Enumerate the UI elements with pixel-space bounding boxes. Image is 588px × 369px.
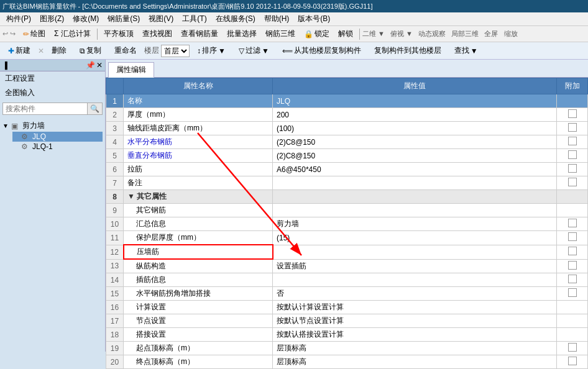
attach-checkbox[interactable] [568,123,577,132]
table-row[interactable]: 12压墙筋 [106,245,588,259]
rename-button[interactable]: 重命名 [109,43,142,58]
prop-value[interactable] [273,245,557,259]
attach-checkbox[interactable] [568,178,577,186]
table-row[interactable]: 4水平分布钢筋(2)C8@150 [106,135,588,149]
prop-value[interactable]: 设置插筋 [273,259,557,273]
menu-item[interactable]: 工具(T) [178,12,210,25]
menu-bar: 构件(P) 图形(Z) 修改(M) 钢筋量(S) 视图(V) 工具(T) 在线服… [0,12,588,26]
table-row[interactable]: 8▼ 其它属性 [106,190,588,204]
find-view-button[interactable]: 查找视图 [139,27,176,40]
prop-value[interactable]: 按默认搭接设置计算 [273,328,557,342]
prop-value[interactable] [273,204,557,217]
new-button[interactable]: ✚ 新建 [2,43,36,58]
prop-value[interactable] [273,190,557,204]
prop-name: 水平分布钢筋 [124,135,273,149]
table-row[interactable]: 17节点设置按默认节点设置计算 [106,314,588,328]
prop-value[interactable]: 按默认计算设置计算 [273,301,557,314]
table-row[interactable]: 20终点顶标高（m）层顶标高 [106,355,588,369]
prop-value[interactable]: 按默认节点设置计算 [273,314,557,328]
table-row[interactable]: 11保护层厚度（mm）(15) [106,231,588,245]
prop-value[interactable] [273,176,557,190]
calc-button[interactable]: Σ 汇总计算 [50,27,94,40]
menu-item[interactable]: 图形(Z) [36,12,68,25]
prop-value[interactable]: (100) [273,122,557,135]
lock-button[interactable]: 🔒 锁定 [300,27,333,40]
pin-icon[interactable]: 📌 [86,61,95,70]
table-row[interactable]: 13纵筋构造设置插筋 [106,259,588,273]
attach-checkbox[interactable] [568,109,577,118]
prop-value[interactable]: (2)C8@150 [273,149,557,163]
tab-properties[interactable]: 属性编辑 [108,62,154,78]
attach-checkbox[interactable] [568,288,577,297]
view-rebar-button[interactable]: 查看钢筋量 [177,27,222,40]
attach-checkbox[interactable] [568,219,577,227]
rebar-3d-button[interactable]: 钢筋三维 [262,27,299,40]
tree-node-jlq1[interactable]: ⚙ JLQ-1 [12,142,103,152]
prop-name: 汇总信息 [124,217,273,231]
close-icon[interactable]: ✕ [96,61,103,70]
search-input[interactable] [3,103,87,114]
attach-checkbox[interactable] [568,150,577,159]
align-button[interactable]: 平齐板顶 [100,27,137,40]
unlock-button[interactable]: 解锁 [334,27,357,40]
table-row[interactable]: 10汇总信息剪力墙 [106,217,588,231]
table-row[interactable]: 15水平钢筋拐角增加搭接否 [106,287,588,301]
attach-checkbox[interactable] [568,275,577,283]
table-row[interactable]: 6拉筋A6@450*450 [106,163,588,176]
copy-from-button[interactable]: ⟸ 从其他楼层复制构件 [277,43,367,58]
batch-select-button[interactable]: 批量选择 [223,27,260,40]
tree-node-root[interactable]: ▼ ▣ 剪力墙 [2,120,103,132]
copy-button[interactable]: ⧉ 复制 [74,43,107,58]
menu-item[interactable]: 构件(P) [2,12,35,25]
menu-item[interactable]: 修改(M) [69,12,103,25]
table-row[interactable]: 9其它钢筋 [106,204,588,217]
tree-node-jlq[interactable]: ⚙ JLQ [12,132,103,142]
attach-checkbox[interactable] [568,357,577,365]
tree-root-label: 剪力墙 [22,121,45,131]
attach-checkbox[interactable] [568,232,577,241]
table-row[interactable]: 16计算设置按默认计算设置计算 [106,301,588,314]
menu-item[interactable]: 钢筋量(S) [104,12,144,25]
menu-item[interactable]: 在线服务(S) [212,12,259,25]
attach-checkbox[interactable] [568,247,577,255]
table-row[interactable]: 2厚度（mm）200 [106,108,588,122]
left-panel-title: ▐ [2,62,7,69]
menu-item[interactable]: 视图(V) [145,12,177,25]
prop-value[interactable]: (2)C8@150 [273,135,557,149]
table-row[interactable]: 7备注 [106,176,588,190]
prop-value[interactable]: JLQ [273,94,557,108]
prop-value[interactable]: 层顶标高 [273,342,557,355]
attach-checkbox[interactable] [568,137,577,145]
sort-button[interactable]: ↕ 排序 ▼ [191,43,231,58]
menu-item[interactable]: 版本号(B) [294,12,334,25]
nav-item-input[interactable]: 全图输入 [0,86,105,100]
table-row[interactable]: 3轴线距墙皮距离（mm）(100) [106,122,588,135]
attach-checkbox[interactable] [568,343,577,352]
table-row[interactable]: 5垂直分布钢筋(2)C8@150 [106,149,588,163]
prop-value[interactable]: 层顶标高 [273,355,557,369]
table-row[interactable]: 18搭接设置按默认搭接设置计算 [106,328,588,342]
table-row[interactable]: 19起点顶标高（m）层顶标高 [106,342,588,355]
row-num: 9 [106,204,124,217]
filter-button[interactable]: ▽ 过滤 ▼ [233,43,275,58]
attach-checkbox[interactable] [568,261,577,270]
attach-checkbox[interactable] [568,164,577,173]
menu-item[interactable]: 帮助(H) [260,12,293,25]
prop-value[interactable]: (15) [273,231,557,245]
table-row[interactable]: 14插筋信息 [106,273,588,287]
draw-button[interactable]: ✏ 绘图 [19,27,49,40]
delete-button[interactable]: 删除 [46,43,72,58]
row-num: 12 [106,245,124,259]
find-button[interactable]: 查找 ▼ [449,43,484,58]
nav-item-project[interactable]: 工程设置 [0,71,105,86]
search-button[interactable]: 🔍 [87,103,102,114]
prop-value[interactable]: A6@450*450 [273,163,557,176]
copy-to-button[interactable]: 复制构件到其他楼层 [369,43,447,58]
row-num: 4 [106,135,124,149]
prop-value[interactable]: 否 [273,287,557,301]
floor-select[interactable]: 首层 [161,45,190,57]
prop-value[interactable]: 200 [273,108,557,122]
table-row[interactable]: 1名称JLQ [106,94,588,108]
prop-value[interactable]: 剪力墙 [273,217,557,231]
prop-value[interactable] [273,273,557,287]
